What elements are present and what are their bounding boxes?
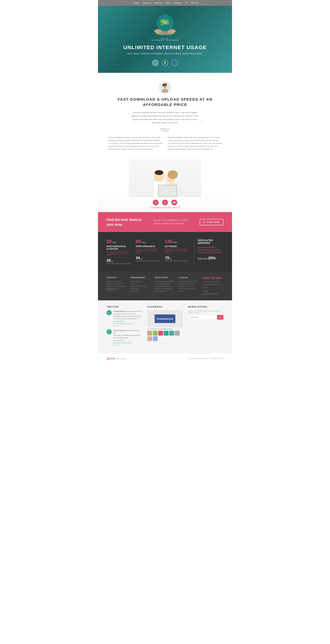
plan-starter: 20 Mbps PERFORMANCE STARTER ACCESS TO 10… <box>107 239 132 264</box>
nav-home[interactable]: Home <box>134 2 139 4</box>
footer-returns[interactable]: RETURNS <box>131 288 151 290</box>
globe-illustration <box>154 13 176 35</box>
footer-license-heading: LICENSE <box>179 276 199 278</box>
gear-icon[interactable]: ⚙ <box>153 200 159 206</box>
footer-address: USA - NY, 169 EASTE 1 STREET, WILMINGTON… <box>203 280 223 289</box>
footer-ios-dev[interactable]: IOS DEVELOPERS <box>155 283 175 285</box>
fb-thumb-6 <box>175 331 180 336</box>
footer-contact-us[interactable]: CONTACT US <box>131 280 151 283</box>
navigation: Home About us Services Blog Contacts 🔍 S… <box>98 0 232 6</box>
footer-membership: MEMBERSHIP CONTACT US HELP SUPPORT SYSTE… <box>131 276 151 295</box>
tweet-link-1[interactable]: goo.gl/BhiM2D& pic.twitter.com/C8hYCpXev… <box>113 320 133 324</box>
plan-price-3: 79.99 FOR THE FIRST 6 MONTHS <box>165 256 191 262</box>
footer-help[interactable]: HELP <box>131 283 151 285</box>
fb-thumb-3 <box>158 331 163 336</box>
deals-middle: ENTER YOUR ADDRESS TO VIEW LOCAL OFFERS … <box>153 218 195 226</box>
about-section: FAST DOWNLOAD & UPLOAD SPEEDS AT AN AFFO… <box>98 73 232 156</box>
footer-email: E-MAIL: MAIL@DOMAIN.ORG <box>203 290 223 295</box>
plan-performance: 60 Mbps PERFORMANCE ACCESS TO 100,000 WI… <box>136 239 162 264</box>
plan-speed-3: 120 Mbps <box>165 239 191 244</box>
dedicated-feature-2: Dedicated privacy and security <box>198 249 223 251</box>
fb-thumb-7 <box>147 336 152 341</box>
footer-report-legal[interactable]: REPORT A LEGAL <box>179 285 199 288</box>
save-text: Save up to 25% <box>198 256 223 260</box>
plan-extreme: 120 Mbps EXTREME ACCESS TO 100,000 WIFI … <box>165 239 191 264</box>
hero-section: Quick INTERNET PROVIDER UNLIMITED INTERN… <box>98 6 232 73</box>
svg-point-22 <box>162 84 164 86</box>
facebook-thumbnails <box>147 331 183 341</box>
facebook-like-count: 63,212 people like TemplateMonster <box>147 328 183 330</box>
footer-phone: (800) 123 1234 <box>203 276 223 280</box>
plan-feature-2: ACCESS TO 100,000 WIFI HOTSPOTS AT NO EX… <box>136 248 162 254</box>
avatar <box>159 82 171 94</box>
footer-beta-support[interactable]: BETA SUPPORT <box>155 290 175 292</box>
hero-user-btn[interactable]: 👤 <box>172 60 178 66</box>
plans-section: 20 Mbps PERFORMANCE STARTER ACCESS TO 10… <box>98 232 232 271</box>
footer-support-system[interactable]: SUPPORT SYSTEM <box>131 285 151 288</box>
support-label: CUSTOMER SUPPORT CENTER <box>98 207 232 209</box>
nav-blog[interactable]: Blog <box>166 2 170 4</box>
tweet-1: T TemplateMonster @templatemonster 8h Th… <box>107 310 142 327</box>
hero-wifi-btn[interactable]: 💡 <box>162 60 168 66</box>
hero-globe-btn[interactable]: 🌐 <box>152 60 158 66</box>
footer-android-dev[interactable]: ANDROID DEVELOPERS <box>155 280 175 283</box>
click-arrow-icon: ▶ <box>203 221 205 223</box>
footer-program-policy[interactable]: PROGRAM POLICY <box>107 283 127 285</box>
deals-text: Find the best deals in your area <box>107 217 148 227</box>
couple-section: ⚙ ★ 💬 CUSTOMER SUPPORT CENTER <box>98 156 232 212</box>
dedicated-feature-1: Customizable hardware <box>198 246 223 249</box>
nav-contacts[interactable]: Contacts <box>174 2 181 4</box>
svg-point-8 <box>166 20 169 22</box>
footer-site-map[interactable]: SITE MAP <box>131 290 151 292</box>
nav-about[interactable]: About us <box>143 2 150 4</box>
fb-thumb-5 <box>169 331 174 336</box>
newsletter-input[interactable] <box>188 315 217 320</box>
dedicated-servers: DEDICATED SERVERS Customizable hardware … <box>194 239 223 264</box>
deals-banner: Find the best deals in your area ENTER Y… <box>98 212 232 232</box>
footer-online-verification[interactable]: ONLINE VERIFICATION <box>179 280 199 283</box>
twitter-heading: TWITTER <box>107 306 142 308</box>
footer-identity-guide-dev[interactable]: IDENTITY GUIDELINES <box>155 288 175 290</box>
newsletter-description: ENTER YOUR EMAIL HERE TO RECEIVE OUR NEW… <box>188 310 223 314</box>
footer-developer: DEVELOPER ANDROID DEVELOPERS IOS DEVELOP… <box>155 276 175 295</box>
footer-development-process[interactable]: DEVELOPMENT PROCESS <box>107 288 127 292</box>
plan-feature-3: ACCESS TO 100,000 WIFI HOTSPOTS AT NO EX… <box>165 248 191 254</box>
hero-logo: Quick INTERNET PROVIDER <box>151 38 179 41</box>
copyright-text: © 2014 Quick Internet Provider. All Righ… <box>187 358 223 360</box>
footer-identity-guidelines[interactable]: IDENTITY GUIDELINES <box>107 285 127 288</box>
footer-faqs[interactable]: FAQS <box>179 290 199 292</box>
footer-more-info[interactable]: MORE INFORMATION <box>179 288 199 290</box>
svg-rect-29 <box>159 186 176 196</box>
dedicated-title: DEDICATED SERVERS <box>198 239 223 244</box>
about-heading: FAST DOWNLOAD & UPLOAD SPEEDS AT AN AFFO… <box>108 97 222 108</box>
newsletter-form: OK <box>188 315 223 320</box>
tweet-avatar-2: T <box>107 329 112 334</box>
nav-services[interactable]: Services <box>155 2 162 4</box>
search-icon[interactable]: 🔍 <box>185 2 188 4</box>
plan-feature-1: ACCESS TO 100,000 WIFI HOTSPOTS AT NO EX… <box>107 251 132 256</box>
hero-subtitle: GET HIGH SPEED INTERNET DEALS FROM OUR P… <box>128 52 202 56</box>
sign-in-button[interactable]: SIGN IN <box>191 2 198 4</box>
facebook-page-preview: TemplateMonster <box>147 310 183 327</box>
chat-icon[interactable]: 💬 <box>171 200 177 206</box>
tweet-text-1: TemplateMonster @templatemonster 8h This… <box>113 310 142 327</box>
tweet-link-2[interactable]: goo.gl/hDmZD& pic.twitter.com/G5KGngixG <box>113 340 132 344</box>
star-icon[interactable]: ★ <box>162 200 168 206</box>
social-footer: TWITTER T TemplateMonster @templatemonst… <box>98 300 232 354</box>
footer-release-channels[interactable]: RELEASE CHANNELS <box>155 285 175 288</box>
facebook-heading: FACEBOOK <box>147 306 183 308</box>
plan-speed-2: 60 Mbps <box>136 239 162 244</box>
plan-price-2: 34.99 FOR THE FIRST 6 MONTHS <box>136 256 162 262</box>
newsletter-heading: NEWSLETTER: <box>188 306 223 308</box>
support-icons: ⚙ ★ 💬 <box>98 200 232 206</box>
footer-online-support[interactable]: ONLINE SUPPORT <box>107 280 127 283</box>
plan-name-2: PERFORMANCE <box>136 245 162 248</box>
newsletter-col: NEWSLETTER: ENTER YOUR EMAIL HERE TO REC… <box>188 306 223 348</box>
svg-text:TemplateMonster: TemplateMonster <box>156 318 173 320</box>
newsletter-submit-button[interactable]: OK <box>217 315 223 320</box>
click-here-button[interactable]: ▶ CLICK HERE <box>200 219 223 225</box>
svg-point-7 <box>161 23 164 26</box>
footer-license: LICENSE ONLINE VERIFICATION RENEWAL LICE… <box>179 276 199 295</box>
footer-renewal-license[interactable]: RENEWAL LICENSE <box>179 283 199 285</box>
tweet-avatar-1: T <box>107 310 112 315</box>
